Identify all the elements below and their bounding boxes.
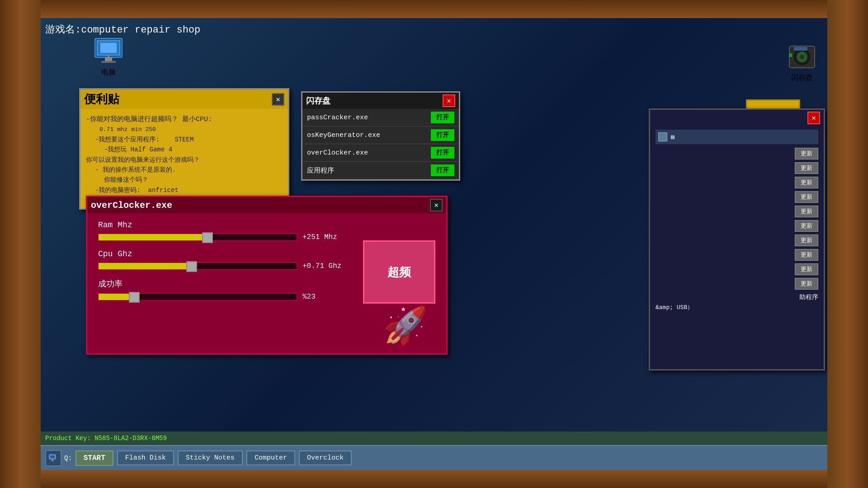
flash-disk-open-btn-3[interactable]: 打开 bbox=[431, 164, 454, 176]
overclocker-close[interactable]: ✕ bbox=[430, 199, 443, 211]
svg-point-10 bbox=[800, 55, 804, 59]
sticky-line-3: -我想要这个应用程序: STEEM bbox=[95, 135, 283, 145]
overclock-button[interactable]: 超频 bbox=[363, 240, 435, 304]
sticky-line-1: -你能对我的电脑进行超频吗？ 最小CPU: bbox=[86, 114, 283, 125]
flash-disk-item-name-2: overClocker.exe bbox=[307, 149, 368, 157]
ram-slider-value: +251 Mhz bbox=[302, 233, 348, 241]
svg-rect-3 bbox=[100, 43, 117, 53]
sticky-notes-titlebar: 便利贴 ✕ bbox=[80, 89, 288, 109]
game-title: 游戏名:computer repair shop bbox=[45, 23, 200, 36]
svg-rect-14 bbox=[50, 455, 55, 458]
overclocker-body: 超频 Ram Mhz +251 Mhz Cpu Ghz bbox=[87, 213, 446, 353]
success-slider-track[interactable] bbox=[98, 293, 297, 300]
update-btn-6[interactable]: 更新 bbox=[795, 220, 818, 232]
sticky-line-6: - 我的操作系统不是原装的. bbox=[95, 165, 283, 175]
sticky-notes-body: -你能对我的电脑进行超频吗？ 最小CPU: 0.71 mhz min 250 -… bbox=[80, 109, 288, 208]
update-row-2: 更新 bbox=[656, 162, 818, 174]
flash-disk-item-name-0: passCracker.exe bbox=[307, 114, 368, 122]
update-row-9: 更新 bbox=[656, 263, 818, 275]
svg-rect-11 bbox=[789, 53, 792, 57]
cpu-slider-track[interactable] bbox=[98, 263, 297, 270]
taskbar-icon-svg bbox=[48, 453, 58, 463]
update-btn-5[interactable]: 更新 bbox=[795, 206, 818, 217]
flash-disk-item-2: overClocker.exe 打开 bbox=[302, 144, 459, 162]
hdd-svg bbox=[786, 41, 818, 73]
flash-disk-title: 闪存盘 bbox=[306, 95, 330, 106]
right-panel-titlebar: ✕ bbox=[650, 110, 824, 126]
status-bar: Product Key: N585-8LA2-D3RX-8M59 bbox=[41, 432, 827, 445]
update-row-6: 更新 bbox=[656, 220, 818, 232]
right-panel-label: ▤ bbox=[671, 133, 675, 141]
ram-slider-label: Ram Mhz bbox=[98, 221, 435, 230]
cpu-slider-thumb[interactable] bbox=[186, 261, 197, 272]
success-slider-thumb[interactable] bbox=[129, 292, 140, 303]
sticky-notes-title: 便利贴 bbox=[84, 91, 119, 107]
taskbar-system-icon[interactable] bbox=[45, 450, 61, 466]
update-btn-3[interactable]: 更新 bbox=[795, 177, 818, 188]
ram-slider-thumb[interactable] bbox=[202, 232, 213, 243]
screen: 游戏名:computer repair shop 电脑 bbox=[41, 18, 827, 470]
computer-svg bbox=[90, 36, 127, 68]
flash-disk-item-name-3: 应用程序 bbox=[307, 166, 334, 175]
flashdisk-desktop-icon[interactable]: 闪存盘 bbox=[786, 41, 818, 83]
computer-icon[interactable]: 电脑 bbox=[90, 36, 127, 77]
ram-slider-row: Ram Mhz +251 Mhz bbox=[98, 221, 435, 241]
flash-disk-body: passCracker.exe 打开 osKeyGenerator.exe 打开… bbox=[302, 109, 459, 179]
update-btn-4[interactable]: 更新 bbox=[795, 191, 818, 203]
update-btn-2[interactable]: 更新 bbox=[795, 162, 818, 174]
taskbar-computer[interactable]: Computer bbox=[246, 450, 295, 465]
sticky-notes-window: 便利贴 ✕ -你能对我的电脑进行超频吗？ 最小CPU: 0.71 mhz min… bbox=[79, 88, 289, 210]
sticky-line-8: -我的电脑密码: anfricet bbox=[95, 185, 283, 195]
svg-rect-16 bbox=[51, 460, 54, 461]
ram-slider-track[interactable] bbox=[98, 234, 297, 241]
flash-disk-open-btn-1[interactable]: 打开 bbox=[431, 129, 454, 141]
right-panel-close[interactable]: ✕ bbox=[807, 112, 820, 124]
update-btn-1[interactable]: 更新 bbox=[795, 148, 818, 160]
helper-program-text: 助程序 bbox=[656, 293, 818, 301]
overclocker-titlebar: overClocker.exe ✕ bbox=[87, 197, 446, 213]
right-panel-window: ✕ ▤ 更新 更新 更新 更新 bbox=[649, 108, 825, 371]
update-btn-8[interactable]: 更新 bbox=[795, 249, 818, 261]
sticky-line-2: 0.71 mhz min 250 bbox=[99, 125, 283, 135]
flashdisk-icon-label: 闪存盘 bbox=[791, 73, 813, 83]
update-row-1: 更新 bbox=[656, 148, 818, 160]
product-key-text: Product Key: N585-8LA2-D3RX-8M59 bbox=[45, 435, 167, 442]
svg-rect-4 bbox=[105, 57, 112, 61]
svg-rect-5 bbox=[101, 61, 116, 63]
flash-disk-close[interactable]: ✕ bbox=[443, 94, 455, 107]
svg-rect-15 bbox=[52, 459, 53, 460]
sticky-line-7: 你能修这个吗？ bbox=[104, 175, 283, 185]
frame-top bbox=[41, 0, 827, 18]
flash-disk-open-btn-2[interactable]: 打开 bbox=[431, 147, 454, 159]
start-button[interactable]: START bbox=[75, 450, 113, 466]
frame-left bbox=[0, 0, 41, 488]
right-panel-icon bbox=[658, 132, 667, 141]
taskbar-overclock[interactable]: Overclock bbox=[299, 450, 352, 465]
taskbar-stickynotes[interactable]: Sticky Notes bbox=[178, 450, 243, 465]
update-row-8: 更新 bbox=[656, 249, 818, 261]
success-slider-value: %23 bbox=[302, 293, 348, 301]
update-row-7: 更新 bbox=[656, 235, 818, 246]
rocket-icon: 🚀 bbox=[383, 305, 428, 349]
taskbar-q-label: Q: bbox=[64, 455, 72, 462]
flash-disk-item-0: passCracker.exe 打开 bbox=[302, 109, 459, 127]
update-btn-10[interactable]: 更新 bbox=[795, 278, 818, 290]
flash-disk-open-btn-0[interactable]: 打开 bbox=[431, 112, 454, 123]
update-btn-7[interactable]: 更新 bbox=[795, 235, 818, 246]
right-panel-header-row: ▤ bbox=[656, 130, 818, 144]
flash-disk-item-1: osKeyGenerator.exe 打开 bbox=[302, 127, 459, 144]
taskbar: Q: START Flash Disk Sticky Notes Compute… bbox=[41, 445, 827, 470]
svg-rect-12 bbox=[794, 47, 807, 51]
taskbar-flashdisk[interactable]: Flash Disk bbox=[117, 450, 174, 465]
update-row-5: 更新 bbox=[656, 206, 818, 217]
overclocker-window: overClocker.exe ✕ 超频 Ram Mhz +251 Mhz bbox=[86, 196, 448, 355]
sticky-line-5: 你可以设置我的电脑来运行这个游戏吗？ bbox=[86, 155, 283, 165]
update-btn-9[interactable]: 更新 bbox=[795, 263, 818, 275]
frame-right bbox=[827, 0, 868, 488]
frame-bottom bbox=[41, 470, 827, 488]
right-panel-body: ▤ 更新 更新 更新 更新 更新 更新 bbox=[650, 126, 824, 315]
computer-icon-label: 电脑 bbox=[101, 68, 116, 77]
overclocker-title: overClocker.exe bbox=[91, 200, 172, 211]
sticky-notes-close[interactable]: ✕ bbox=[272, 93, 284, 106]
flash-disk-item-3: 应用程序 打开 bbox=[302, 162, 459, 179]
